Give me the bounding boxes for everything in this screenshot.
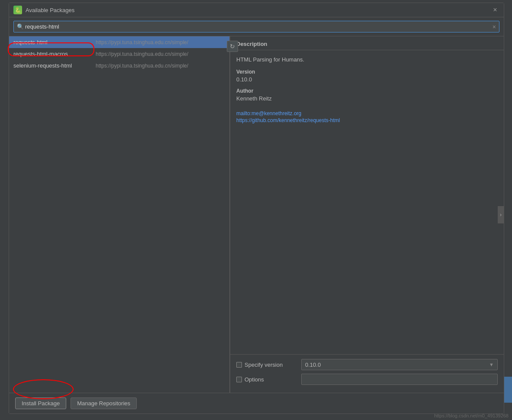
- specify-version-wrap: Specify version: [236, 362, 301, 368]
- desc-tagline: HTML Parsing for Humans.: [236, 56, 498, 63]
- package-url: https://pypi.tuna.tsinghua.edu.cn/simple…: [96, 51, 188, 57]
- search-area: 🔍 ×: [9, 17, 504, 36]
- mailto-link[interactable]: mailto:me@kennethreitz.org: [236, 110, 498, 116]
- description-panel: Description HTML Parsing for Humans. Ver…: [230, 36, 504, 393]
- specify-version-checkbox[interactable]: [236, 362, 242, 368]
- footer: Install Package Manage Repositories: [9, 393, 504, 414]
- close-button[interactable]: ×: [491, 6, 499, 14]
- author-label: Author: [236, 88, 498, 94]
- version-value: 0.10.0: [236, 76, 498, 83]
- install-package-button[interactable]: Install Package: [15, 397, 66, 409]
- version-select-dropdown[interactable]: 0.10.0 ▼: [301, 359, 498, 370]
- options-label: Options: [245, 376, 264, 383]
- options-row: Options: [236, 374, 498, 385]
- package-url: https://pypi.tuna.tsinghua.edu.cn/simple…: [96, 63, 188, 69]
- options-wrap: Options: [236, 376, 301, 383]
- author-value: Kenneth Reitz: [236, 95, 498, 102]
- package-item-selenium-requests-html[interactable]: selenium-requests-html https://pypi.tuna…: [9, 60, 229, 71]
- search-wrapper: 🔍 ×: [13, 21, 499, 32]
- app-icon: 🐍: [13, 6, 22, 14]
- title-left: 🐍 Available Packages: [13, 6, 74, 14]
- description-header: Description: [230, 36, 504, 50]
- package-item-requests-html-macros[interactable]: requests-html-macros https://pypi.tuna.t…: [9, 48, 229, 60]
- available-packages-dialog: 🐍 Available Packages × 🔍 × requests-html…: [9, 3, 504, 414]
- chevron-down-icon: ▼: [489, 362, 494, 367]
- options-checkbox[interactable]: [236, 377, 242, 382]
- specify-version-label: Specify version: [245, 362, 283, 368]
- version-options-area: Specify version 0.10.0 ▼ Options: [230, 354, 504, 393]
- specify-version-row: Specify version 0.10.0 ▼: [236, 359, 498, 370]
- manage-repositories-button[interactable]: Manage Repositories: [71, 397, 137, 409]
- package-name: requests-html-macros: [13, 51, 91, 57]
- search-input[interactable]: [13, 21, 499, 32]
- package-name: selenium-requests-html: [13, 62, 91, 69]
- search-icon: 🔍: [17, 23, 24, 30]
- github-link[interactable]: https://github.com/kennethreitz/requests…: [236, 117, 498, 123]
- package-list-panel: requests-html https://pypi.tuna.tsinghua…: [9, 36, 230, 393]
- refresh-button[interactable]: ↻: [227, 41, 238, 52]
- package-url: https://pypi.tuna.tsinghua.edu.cn/simple…: [96, 39, 188, 45]
- collapse-panel-button[interactable]: ›: [498, 206, 504, 223]
- version-label: Version: [236, 69, 498, 75]
- description-content: HTML Parsing for Humans. Version 0.10.0 …: [230, 50, 504, 354]
- dialog-title: Available Packages: [26, 7, 74, 13]
- search-clear-icon[interactable]: ×: [493, 23, 496, 30]
- version-select-value: 0.10.0: [305, 362, 321, 368]
- package-name: requests-html: [13, 39, 91, 45]
- package-list: requests-html https://pypi.tuna.tsinghua…: [9, 36, 229, 393]
- options-input[interactable]: [301, 374, 498, 385]
- title-bar: 🐍 Available Packages ×: [9, 3, 504, 17]
- package-item-requests-html[interactable]: requests-html https://pypi.tuna.tsinghua…: [9, 36, 229, 48]
- content-area: requests-html https://pypi.tuna.tsinghua…: [9, 36, 504, 393]
